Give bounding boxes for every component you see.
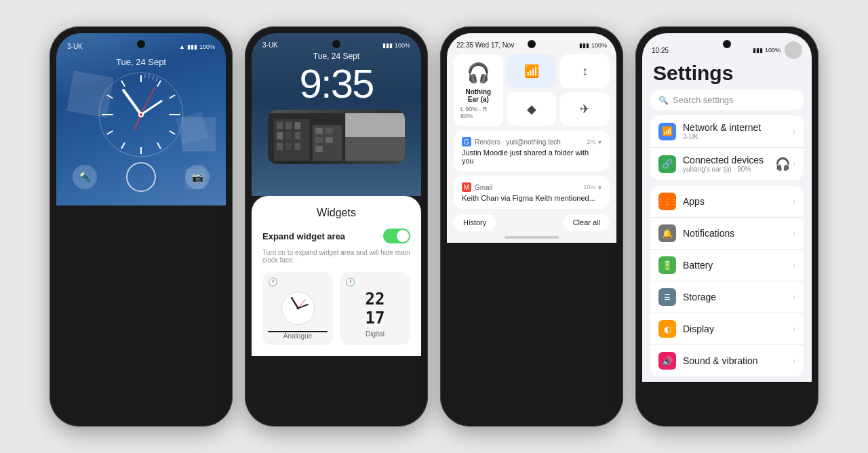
analogue-label: Analogue xyxy=(283,332,312,340)
svg-line-9 xyxy=(107,131,113,134)
notif-app-name-gmail: Gmail xyxy=(475,184,492,191)
storage-chevron: › xyxy=(793,292,795,302)
history-button[interactable]: History xyxy=(454,214,496,231)
svg-line-14 xyxy=(149,75,149,79)
battery-chevron: › xyxy=(793,260,795,270)
lock-top-2: 3-UK ▮▮▮ 100% Tue, 24 Sept 9:35 xyxy=(252,33,421,196)
settings-item-connected[interactable]: 🔗 Connected devices yuhang's ear (a) · 9… xyxy=(650,148,804,180)
expand-label: Expand widget area xyxy=(262,231,345,241)
svg-rect-39 xyxy=(315,137,323,143)
settings-title: Settings xyxy=(642,62,812,90)
quick-settings-panel: 📶 ↕ 🎧 Nothing Ear (a) L 90% · R 80% ◆ xyxy=(447,54,616,126)
connected-icon: 🔗 xyxy=(658,155,676,173)
status-icons-3: ▮▮▮ 100% xyxy=(579,42,607,49)
notif-header-renders: G Renders · yuri@nothing.tech 2m ▾ xyxy=(462,137,601,146)
svg-rect-41 xyxy=(315,146,323,152)
display-chevron: › xyxy=(793,324,795,334)
time-label-3: 22:35 Wed 17, Nov xyxy=(456,41,514,49)
svg-line-2 xyxy=(157,81,161,87)
network-chevron: › xyxy=(793,127,795,136)
svg-line-6 xyxy=(157,143,161,149)
settings-item-sound[interactable]: 🔊 Sound & vibration › xyxy=(650,345,804,376)
sheet-title: Widgets xyxy=(262,207,410,219)
status-icons-1: ▲ ▮▮▮ 100% xyxy=(179,43,215,50)
svg-line-15 xyxy=(153,76,154,80)
home-button[interactable] xyxy=(126,162,156,192)
earbuds-icon: 🎧 xyxy=(467,62,490,84)
connected-label: Connected devices xyxy=(683,155,768,165)
notif-renders: G Renders · yuri@nothing.tech 2m ▾ Justi… xyxy=(454,130,610,172)
svg-line-11 xyxy=(107,95,113,98)
status-icons-4: ▮▮▮ 100% xyxy=(753,47,781,54)
status-icons-2: ▮▮▮ 100% xyxy=(382,41,410,49)
clock-alarm-icon-2: 🕐 xyxy=(345,277,355,287)
wifi-qs-icon: 📶 xyxy=(524,64,539,79)
signal-icon-3: ▮▮▮ xyxy=(579,42,589,49)
notif-header-gmail: M Gmail 10m ▾ xyxy=(462,182,601,192)
svg-rect-37 xyxy=(315,128,323,134)
camera-notch-1 xyxy=(137,40,145,48)
date-display-1: Tue, 24 Sept xyxy=(116,57,166,67)
digital-widget[interactable]: 🕐 2217 Digital xyxy=(340,272,410,345)
signal-icon-2: ▮▮▮ xyxy=(382,42,393,49)
storage-text: Storage xyxy=(683,292,786,302)
phone-4: 10:25 ▮▮▮ 100% Settings 🔍 Search setting… xyxy=(635,26,818,427)
profile-avatar[interactable] xyxy=(785,41,802,59)
torch-button[interactable]: 🔦 xyxy=(73,165,97,189)
theme-icon: ◆ xyxy=(527,102,536,117)
notif-expand-icon-renders[interactable]: ▾ xyxy=(598,138,601,146)
apps-text: Apps xyxy=(683,196,786,207)
screen-2: 3-UK ▮▮▮ 100% Tue, 24 Sept 9:35 xyxy=(252,33,421,420)
svg-rect-27 xyxy=(277,122,283,130)
battery-label-1: 100% xyxy=(199,43,215,50)
settings-item-network[interactable]: 📶 Network & internet 3-UK › xyxy=(650,115,804,148)
notif-app-renders: G Renders · yuri@nothing.tech xyxy=(462,137,561,146)
settings-list: 📶 Network & internet 3-UK › 🔗 Connected … xyxy=(642,115,812,382)
digital-time-preview: 2217 xyxy=(366,290,385,328)
settings-item-apps[interactable]: ⋮⋮⋮ Apps › xyxy=(650,186,804,218)
battery-label: Battery xyxy=(683,260,786,271)
digital-label: Digital xyxy=(366,330,384,338)
theme-tile[interactable]: ◆ xyxy=(507,92,557,126)
svg-line-8 xyxy=(121,143,125,149)
notifications-label: Notifications xyxy=(683,228,786,239)
svg-point-22 xyxy=(140,113,142,116)
svg-line-17 xyxy=(123,90,141,115)
data-transfer-icon: ↕ xyxy=(582,64,588,79)
settings-item-storage[interactable]: ☰ Storage › xyxy=(650,281,804,313)
display-text: Display xyxy=(683,323,786,334)
wifi-tile[interactable]: 📶 xyxy=(507,54,557,88)
connected-right: 🎧 › xyxy=(775,157,795,172)
network-icon: 📶 xyxy=(658,123,676,140)
network-label: Network & internet xyxy=(683,122,786,133)
connected-sub: yuhang's ear (a) · 90% xyxy=(683,165,768,173)
notif-app-name-renders: Renders · yuri@nothing.tech xyxy=(475,138,561,146)
battery-text: Battery xyxy=(683,260,786,271)
analogue-widget[interactable]: 🕐 Analogue xyxy=(262,272,333,345)
settings-item-battery[interactable]: 🔋 Battery › xyxy=(650,250,804,281)
airplane-tile[interactable]: ✈ xyxy=(560,92,610,126)
expand-toggle[interactable] xyxy=(383,229,410,243)
data-tile[interactable]: ↕ xyxy=(560,54,610,88)
svg-rect-33 xyxy=(277,143,283,151)
battery-label-3: 100% xyxy=(591,42,607,49)
camera-button[interactable]: 📷 xyxy=(185,165,210,189)
wifi-icon-1: ▲ xyxy=(179,43,185,50)
notif-time-renders: 2m xyxy=(587,138,595,145)
notif-expand-icon-gmail[interactable]: ▾ xyxy=(598,184,601,191)
clear-all-button[interactable]: Clear all xyxy=(564,214,610,231)
time-display-2: 9:35 xyxy=(262,64,410,104)
date-display-2: Tue, 24 Sept xyxy=(262,52,410,61)
clock-alarm-icon-1: 🕐 xyxy=(268,277,278,287)
battery-icon: 🔋 xyxy=(658,256,676,274)
battery-label-2: 100% xyxy=(395,42,410,49)
svg-rect-31 xyxy=(285,132,292,140)
carrier-label-1: 3-UK xyxy=(67,43,83,50)
settings-item-display[interactable]: ◐ Display › xyxy=(650,313,804,345)
earbuds-tile[interactable]: 🎧 Nothing Ear (a) L 90% · R 80% xyxy=(454,54,503,126)
settings-search-bar[interactable]: 🔍 Search settings xyxy=(650,90,804,110)
phone-3: 22:35 Wed 17, Nov ▮▮▮ 100% 📶 ↕ xyxy=(440,26,623,427)
sound-label: Sound & vibration xyxy=(683,355,786,366)
settings-item-notifications[interactable]: 🔔 Notifications › xyxy=(650,218,804,250)
apps-label: Apps xyxy=(683,196,786,207)
